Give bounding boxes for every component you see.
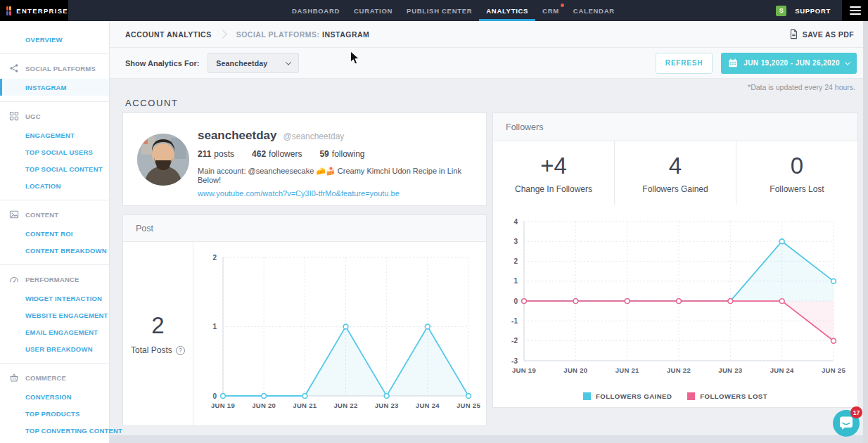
gauge-icon: [9, 274, 19, 284]
svg-text:JUN 25: JUN 25: [822, 366, 845, 374]
refresh-button[interactable]: REFRESH: [656, 53, 713, 74]
brand-logo[interactable]: ENTERPRISE: [0, 0, 68, 21]
svg-text:-2: -2: [511, 337, 518, 345]
basket-icon: [9, 373, 19, 383]
followers-stat-followers-lost: 0Followers Lost: [736, 141, 857, 205]
main-nav-menu: DASHBOARDCURATIONPUBLISH CENTERANALYTICS…: [285, 0, 622, 21]
followers-stat-change-in-followers: +4Change In Followers: [493, 141, 614, 205]
grid-icon: [9, 111, 19, 121]
followers-panel-header: Followers: [493, 113, 857, 141]
breadcrumb-current: SOCIAL PLATFORMS: INSTAGRAM: [236, 30, 370, 39]
enterprise-logo-icon: [6, 6, 11, 15]
account-stat-followers: 462followers: [252, 149, 302, 159]
stat-value: +4: [540, 153, 567, 179]
account-username: seancheetday: [198, 129, 276, 143]
document-icon: [789, 29, 798, 39]
sidebar-item-email-engagement[interactable]: EMAIL ENGAGEMENT: [0, 323, 109, 340]
svg-text:0: 0: [513, 297, 518, 305]
account-bio: Main account: @seancheesecake 🧀🍰 Creamy …: [198, 167, 479, 184]
sidebar-item-website-engagement[interactable]: WEBSITE ENGAGEMENT: [0, 307, 109, 323]
sidebar-section-title: SOCIAL PLATFORMS: [25, 65, 96, 72]
total-posts-stat: 2 Total Posts ?: [123, 242, 193, 425]
nav-item-crm[interactable]: CRM: [535, 0, 566, 21]
svg-text:JUN 23: JUN 23: [374, 402, 398, 409]
chat-notification-badge: 17: [850, 406, 862, 418]
sidebar-item-engagement[interactable]: ENGAGEMENT: [0, 127, 109, 143]
sidebar-item-conversion[interactable]: CONVERSION: [0, 388, 109, 405]
sidebar-divider: [0, 200, 109, 200]
legend-item-followers-lost[interactable]: FOLLOWERS LOST: [687, 392, 767, 400]
sidebar-item-location[interactable]: LOCATION: [0, 177, 109, 194]
image-icon: [9, 210, 19, 219]
nav-item-publish-center[interactable]: PUBLISH CENTER: [400, 0, 479, 21]
app-root: ENTERPRISE DASHBOARDCURATIONPUBLISH CENT…: [0, 0, 868, 443]
legend-item-followers-gained[interactable]: FOLLOWERS GAINED: [583, 392, 672, 400]
nav-item-calendar[interactable]: CALENDAR: [566, 0, 622, 21]
sidebar-section-content: CONTENT: [0, 206, 109, 223]
sidebar: OVERVIEWSOCIAL PLATFORMSINSTAGRAMUGCENGA…: [0, 21, 110, 443]
svg-text:4: 4: [513, 218, 518, 226]
followers-stat-followers-gained: 4Followers Gained: [614, 141, 736, 205]
followers-chart-legend: FOLLOWERS GAINEDFOLLOWERS LOST: [493, 385, 857, 408]
account-select-dropdown[interactable]: Seancheetday: [208, 53, 299, 73]
sidebar-item-top-social-users[interactable]: TOP SOCIAL USERS: [0, 143, 109, 160]
post-panel-body: 2 Total Posts ? 012JUN 19JUN 20JUN 21JUN…: [123, 242, 486, 425]
svg-text:JUN 20: JUN 20: [252, 402, 276, 409]
sidebar-section-title: COMMERCE: [25, 374, 66, 382]
profile-photo-image: [137, 134, 189, 186]
stat-label: Change In Followers: [515, 184, 592, 194]
svg-text:3: 3: [513, 238, 518, 245]
show-analytics-for-label: Show Analytics For:: [125, 59, 199, 68]
sidebar-section-title: UGC: [25, 113, 41, 120]
nav-item-dashboard[interactable]: DASHBOARD: [285, 0, 347, 21]
sidebar-section-title: PERFORMANCE: [25, 276, 79, 283]
data-update-note: *Data is updated every 24 hours.: [748, 83, 855, 91]
sidebar-item-user-breakdown[interactable]: USER BREAKDOWN: [0, 340, 109, 357]
svg-text:JUN 25: JUN 25: [457, 402, 480, 409]
legend-swatch-icon: [687, 392, 695, 400]
sidebar-divider: [0, 363, 109, 364]
scrollbar-track[interactable]: [863, 21, 868, 443]
svg-text:-1: -1: [511, 317, 518, 325]
sidebar-item-content-breakdown[interactable]: CONTENT BREAKDOWN: [0, 242, 109, 259]
nav-item-analytics[interactable]: ANALYTICS: [479, 0, 535, 21]
breadcrumb-account-analytics[interactable]: ACCOUNT ANALYTICS: [125, 30, 212, 39]
date-range-picker-button[interactable]: JUN 19,2020 - JUN 26,2020: [721, 53, 857, 74]
hamburger-menu-icon[interactable]: [842, 0, 868, 21]
sidebar-item-shoppable-instagram[interactable]: SHOPPABLE INSTAGRAM: [0, 439, 109, 443]
svg-text:JUN 20: JUN 20: [563, 366, 587, 374]
profile-photo: [137, 134, 189, 186]
sidebar-item-overview[interactable]: OVERVIEW: [0, 31, 109, 48]
user-avatar-badge[interactable]: S: [776, 6, 786, 16]
nav-right-group: S SUPPORT: [776, 0, 868, 21]
account-section-title: ACCOUNT: [125, 98, 178, 108]
support-link[interactable]: SUPPORT: [795, 7, 831, 15]
sidebar-item-content-roi[interactable]: CONTENT ROI: [0, 225, 109, 242]
save-as-pdf-button[interactable]: SAVE AS PDF: [789, 29, 854, 39]
posts-line-chart[interactable]: 012JUN 19JUN 20JUN 21JUN 22JUN 23JUN 24J…: [193, 242, 486, 425]
account-bio-link[interactable]: www.youtube.com/watch?v=Cy3I0-tfrMo&feat…: [198, 189, 479, 198]
legend-label: FOLLOWERS LOST: [700, 392, 767, 400]
crm-notification-dot: [561, 4, 564, 7]
sidebar-item-top-converting-content[interactable]: TOP CONVERTING CONTENT: [0, 422, 109, 439]
calendar-icon: [728, 58, 738, 68]
breadcrumb: ACCOUNT ANALYTICS SOCIAL PLATFORMS: INST…: [110, 21, 868, 48]
sidebar-item-instagram[interactable]: INSTAGRAM: [0, 79, 109, 96]
bottom-band: [110, 435, 863, 443]
nav-item-curation[interactable]: CURATION: [347, 0, 400, 21]
sidebar-item-top-products[interactable]: TOP PRODUCTS: [0, 405, 109, 422]
svg-text:JUN 22: JUN 22: [667, 366, 691, 374]
sidebar-divider: [0, 53, 109, 54]
svg-text:0: 0: [212, 392, 217, 400]
stat-value: 0: [791, 153, 803, 179]
sidebar-item-top-social-content[interactable]: TOP SOCIAL CONTENT: [0, 160, 109, 177]
brand-name: ENTERPRISE: [16, 7, 68, 15]
chat-widget-button[interactable]: 17: [833, 410, 860, 437]
followers-line-chart[interactable]: 43210-1-2-3JUN 19JUN 20JUN 21JUN 22JUN 2…: [493, 205, 857, 385]
svg-text:JUN 19: JUN 19: [211, 402, 235, 409]
sidebar-section-performance: PERFORMANCE: [0, 271, 109, 288]
sidebar-item-widget-interaction[interactable]: WIDGET INTERACTION: [0, 290, 109, 307]
svg-text:-3: -3: [511, 357, 518, 365]
info-tooltip-icon[interactable]: ?: [176, 346, 185, 355]
followers-panel: Followers +4Change In Followers4Follower…: [492, 113, 858, 408]
